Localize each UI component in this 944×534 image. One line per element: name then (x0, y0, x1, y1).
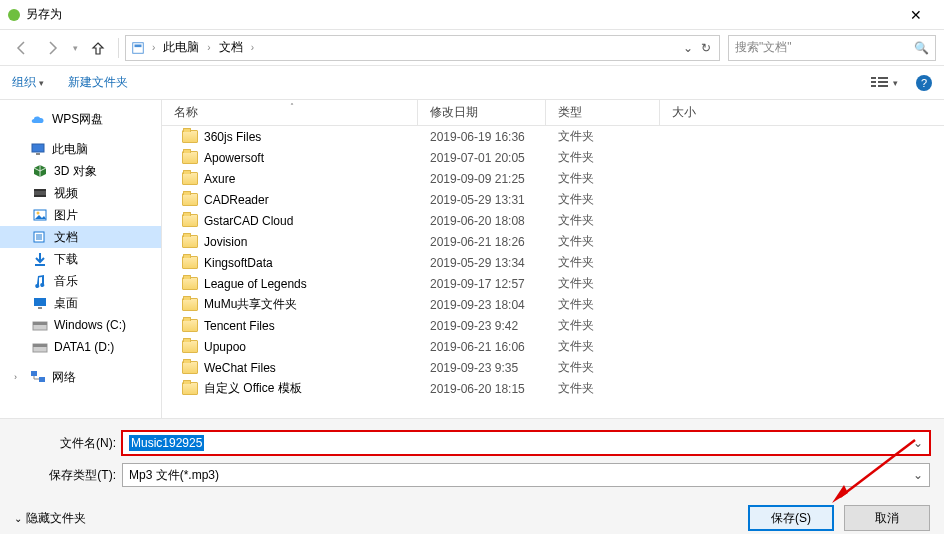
column-type[interactable]: 类型 (546, 100, 660, 125)
sidebar-item[interactable]: 桌面 (0, 292, 161, 314)
chevron-down-icon: ⌄ (14, 513, 22, 524)
cancel-button[interactable]: 取消 (844, 505, 930, 531)
file-type: 文件夹 (546, 191, 660, 208)
file-name: Axure (204, 172, 235, 186)
svg-rect-5 (878, 77, 888, 79)
breadcrumb-refresh[interactable]: ↻ (697, 41, 715, 55)
table-row[interactable]: Upupoo2019-06-21 16:06文件夹 (162, 336, 944, 357)
sidebar-item-thispc[interactable]: 此电脑 (0, 138, 161, 160)
expand-icon[interactable]: › (14, 372, 24, 382)
sidebar-item[interactable]: 音乐 (0, 270, 161, 292)
file-date: 2019-09-23 9:35 (418, 361, 546, 375)
sidebar-item[interactable]: 下载 (0, 248, 161, 270)
table-row[interactable]: 自定义 Office 模板2019-06-20 18:15文件夹 (162, 378, 944, 399)
sidebar-item[interactable]: Windows (C:) (0, 314, 161, 336)
sidebar-item-network[interactable]: › 网络 (0, 366, 161, 388)
sidebar-item-label: 此电脑 (52, 141, 88, 158)
back-button[interactable] (8, 34, 36, 62)
table-row[interactable]: KingsoftData2019-05-29 13:34文件夹 (162, 252, 944, 273)
organize-menu[interactable]: 组织 (12, 74, 44, 91)
up-button[interactable] (84, 34, 112, 62)
table-row[interactable]: Apowersoft2019-07-01 20:05文件夹 (162, 147, 944, 168)
file-type: 文件夹 (546, 128, 660, 145)
item-icon (32, 163, 48, 179)
filetype-label: 保存类型(T): (14, 467, 122, 484)
filetype-field[interactable]: Mp3 文件(*.mp3) ⌄ (122, 463, 930, 487)
monitor-icon (30, 141, 46, 157)
file-name: League of Legends (204, 277, 307, 291)
breadcrumb[interactable]: › 此电脑 › 文档 › ⌄ ↻ (125, 35, 720, 61)
view-mode-button[interactable]: ▾ (871, 77, 898, 89)
filetype-dropdown-icon[interactable]: ⌄ (913, 468, 923, 482)
network-icon (30, 369, 46, 385)
sidebar-item[interactable]: DATA1 (D:) (0, 336, 161, 358)
sidebar-item-label: 视频 (54, 185, 78, 202)
svg-rect-8 (32, 144, 44, 152)
sidebar-item-label: 音乐 (54, 273, 78, 290)
folder-icon (182, 319, 198, 332)
svg-rect-4 (871, 85, 876, 87)
table-row[interactable]: GstarCAD Cloud2019-06-20 18:08文件夹 (162, 210, 944, 231)
file-type: 文件夹 (546, 275, 660, 292)
chevron-right-icon: › (203, 42, 214, 53)
column-headers: 名称˄ 修改日期 类型 大小 (162, 100, 944, 126)
sidebar-item-label: 下载 (54, 251, 78, 268)
sidebar-item-label: Windows (C:) (54, 318, 126, 332)
table-row[interactable]: WeChat Files2019-09-23 9:35文件夹 (162, 357, 944, 378)
sidebar-item-label: 网络 (52, 369, 76, 386)
table-row[interactable]: Axure2019-09-09 21:25文件夹 (162, 168, 944, 189)
help-icon[interactable]: ? (916, 75, 932, 91)
table-row[interactable]: Tencent Files2019-09-23 9:42文件夹 (162, 315, 944, 336)
column-size[interactable]: 大小 (660, 100, 944, 125)
table-row[interactable]: CADReader2019-05-29 13:31文件夹 (162, 189, 944, 210)
new-folder-button[interactable]: 新建文件夹 (68, 74, 128, 91)
folder-icon (182, 298, 198, 311)
file-name: 360js Files (204, 130, 261, 144)
search-icon[interactable]: 🔍 (914, 41, 929, 55)
breadcrumb-history-dropdown[interactable]: ⌄ (679, 41, 697, 55)
chevron-right-icon: › (148, 42, 159, 53)
svg-rect-9 (36, 153, 40, 155)
item-icon (32, 273, 48, 289)
sidebar-item[interactable]: 文档 (0, 226, 161, 248)
sidebar-item[interactable]: 视频 (0, 182, 161, 204)
sidebar-item[interactable]: 图片 (0, 204, 161, 226)
file-type: 文件夹 (546, 170, 660, 187)
save-button[interactable]: 保存(S) (748, 505, 834, 531)
file-name: CADReader (204, 193, 269, 207)
svg-rect-23 (33, 322, 47, 325)
sidebar-item-label: WPS网盘 (52, 111, 103, 128)
file-date: 2019-06-21 16:06 (418, 340, 546, 354)
folder-icon (182, 256, 198, 269)
recent-dropdown[interactable]: ▾ (68, 34, 82, 62)
filename-value[interactable]: Music192925 (129, 435, 204, 451)
svg-rect-1 (135, 44, 142, 47)
folder-icon (182, 172, 198, 185)
svg-rect-27 (39, 377, 45, 382)
sidebar-item[interactable]: 3D 对象 (0, 160, 161, 182)
breadcrumb-folder[interactable]: 文档 (217, 39, 245, 56)
file-name: MuMu共享文件夹 (204, 296, 297, 313)
file-name: Apowersoft (204, 151, 264, 165)
column-name[interactable]: 名称˄ (162, 100, 418, 125)
file-type: 文件夹 (546, 338, 660, 355)
table-row[interactable]: League of Legends2019-09-17 12:57文件夹 (162, 273, 944, 294)
table-row[interactable]: MuMu共享文件夹2019-09-23 18:04文件夹 (162, 294, 944, 315)
column-date[interactable]: 修改日期 (418, 100, 546, 125)
sidebar-item-label: 图片 (54, 207, 78, 224)
breadcrumb-root[interactable]: 此电脑 (161, 39, 201, 56)
filename-dropdown-icon[interactable]: ⌄ (913, 436, 923, 450)
sidebar-item-wps[interactable]: WPS网盘 (0, 108, 161, 130)
hide-folders-toggle[interactable]: ⌄ 隐藏文件夹 (14, 510, 86, 527)
table-row[interactable]: Jovision2019-06-21 18:26文件夹 (162, 231, 944, 252)
filename-field[interactable]: Music192925 ⌄ (122, 431, 930, 455)
sidebar: WPS网盘 此电脑 3D 对象视频图片文档下载音乐桌面Windows (C:)D… (0, 100, 162, 418)
close-icon[interactable]: ✕ (896, 7, 936, 23)
item-icon (32, 339, 48, 355)
forward-button[interactable] (38, 34, 66, 62)
filename-label: 文件名(N): (14, 435, 122, 452)
folder-icon (182, 361, 198, 374)
search-input[interactable]: 搜索"文档" 🔍 (728, 35, 936, 61)
file-name: 自定义 Office 模板 (204, 380, 302, 397)
table-row[interactable]: 360js Files2019-06-19 16:36文件夹 (162, 126, 944, 147)
